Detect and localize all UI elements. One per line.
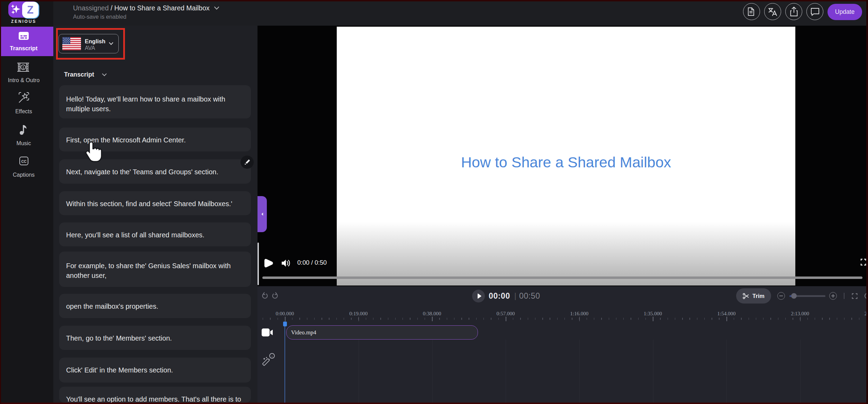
svg-text:i: i [272, 354, 273, 358]
svg-text:CC: CC [21, 159, 27, 164]
